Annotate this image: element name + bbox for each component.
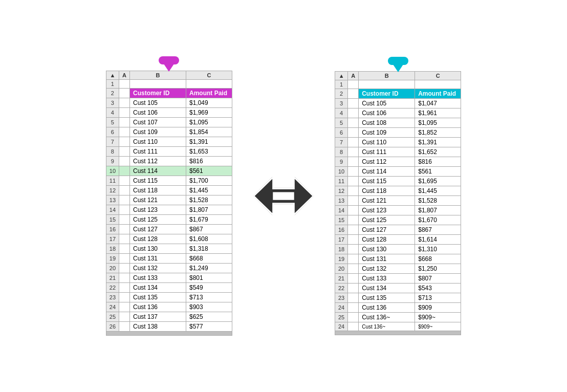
sara-spreadsheet: ▲ A B C 1 2 Customer ID Amount Paid [106,71,232,336]
james-row-cust: Cust 111 [359,147,415,157]
james-col-b: B [359,72,415,80]
sara-row-amount: $1,049 [186,98,232,108]
james-row-cust: Cust 112 [359,157,415,167]
sara-row-cust: Cust 107 [130,118,186,127]
sara-row-cust: Cust 128 [130,234,186,244]
james-table-row: 16 Cust 127 $867 [335,225,461,235]
sara-row-num: 19 [106,254,119,264]
james-row-amount: $909~ [415,313,461,322]
james-table-row: 24 Cust 136 $909 [335,303,461,313]
james-table-row: 14 Cust 123 $1,807 [335,206,461,215]
sara-row-1-c [186,80,232,89]
sara-table-row: 26 Cust 138 $577 [106,322,232,332]
james-row-1-num: 1 [335,80,348,89]
svg-rect-2 [273,192,294,200]
james-row-num: 13 [335,196,348,206]
sara-row-a [119,293,130,302]
james-table-row: 22 Cust 134 $543 [335,284,461,293]
sara-row-a [119,147,130,157]
sara-table-row: 23 Cust 135 $713 [106,293,232,302]
james-table-row: 4 Cust 106 $1,961 [335,108,461,118]
james-row-num: 10 [335,167,348,177]
james-table-row: 15 Cust 125 $1,670 [335,215,461,225]
sara-row-num: 9 [106,157,119,166]
james-row-num: 23 [335,293,348,303]
james-bubble [388,57,408,65]
james-row-cust: Cust 133 [359,274,415,284]
james-table-row: 11 Cust 115 $1,695 [335,177,461,186]
james-row-cust: Cust 121 [359,196,415,206]
james-spreadsheet: ▲ A B C 1 2 Customer ID Amount Paid [335,71,461,335]
sara-row-num: 14 [106,205,119,215]
james-row-a [348,225,359,235]
double-arrow-icon [253,171,314,221]
james-row-a [348,264,359,274]
james-row-amount: $543 [415,284,461,293]
sara-table-row: 20 Cust 132 $1,249 [106,264,232,273]
sara-table-row: 11 Cust 115 $1,700 [106,176,232,186]
james-row-num: 18 [335,245,348,254]
james-table-row: 7 Cust 110 $1,391 [335,138,461,147]
james-row-num: 14 [335,206,348,215]
sara-row-a [119,89,130,98]
james-row-num: 8 [335,147,348,157]
james-row-cust: Cust 135 [359,293,415,303]
james-row-cust: Cust 105 [359,99,415,108]
sara-col-c: C [186,71,232,80]
james-row-cust-last: Cust 136~ [359,322,415,331]
sara-table-row: 8 Cust 111 $1,653 [106,147,232,157]
sara-scrollbar[interactable] [106,332,232,336]
james-row-amount: $867 [415,225,461,235]
james-scrollbar[interactable] [335,331,461,335]
sara-bubble [159,56,179,64]
sara-row-num: 7 [106,137,119,147]
sara-table-row: 19 Cust 131 $668 [106,254,232,264]
sara-row-amount: $867 [186,225,232,234]
sara-row-num: 8 [106,147,119,157]
james-row-cust: Cust 131 [359,254,415,264]
james-row-cust: Cust 136 [359,303,415,313]
james-row-amount: $1,852 [415,128,461,138]
james-row-amount: $816 [415,157,461,167]
sara-table-row: 22 Cust 134 $549 [106,283,232,293]
sara-row-cust: Cust 130 [130,244,186,254]
james-row-amount: $1,310 [415,245,461,254]
sara-row-num: 2 [106,89,119,98]
sara-row-cust: Cust 105 [130,98,186,108]
james-row-a [348,284,359,293]
james-table-row: 20 Cust 132 $1,250 [335,264,461,274]
sara-table-row: 21 Cust 133 $801 [106,273,232,283]
james-col-c: C [415,72,461,80]
sara-row-num: 21 [106,273,119,283]
james-row-a [348,254,359,264]
james-row-cust: Cust 118 [359,186,415,196]
sara-row-amount: $549 [186,283,232,293]
sara-row-num: 20 [106,264,119,273]
sara-row-cust: Cust 136 [130,302,186,312]
sara-row-cust: Cust 135 [130,293,186,302]
james-row-1-a [348,80,359,89]
sara-row-1-num: 1 [106,80,119,89]
sara-row-num: 4 [106,108,119,118]
sara-row-num: 15 [106,215,119,225]
james-table-row: 9 Cust 112 $816 [335,157,461,167]
sara-row-cust: Cust 131 [130,254,186,264]
james-row-num: 22 [335,284,348,293]
sara-row-num: 26 [106,322,119,332]
sara-table-row: 3 Cust 105 $1,049 [106,98,232,108]
james-row-num: 15 [335,215,348,225]
sara-row-1-a [119,80,130,89]
sara-row-num: 12 [106,186,119,195]
james-row-a [348,235,359,245]
james-row-cust: Cust 125 [359,215,415,225]
sara-row-a [119,225,130,234]
sara-table-row: 9 Cust 112 $816 [106,157,232,166]
james-row-amount: $561 [415,167,461,177]
sara-row-a [119,254,130,264]
james-table-row: 13 Cust 121 $1,528 [335,196,461,206]
sara-row-1-b [130,80,186,89]
sara-row-a [119,98,130,108]
sara-row-num: 11 [106,176,119,186]
sara-row-cust: Cust 109 [130,127,186,137]
james-header-custid: Customer ID [359,89,415,99]
